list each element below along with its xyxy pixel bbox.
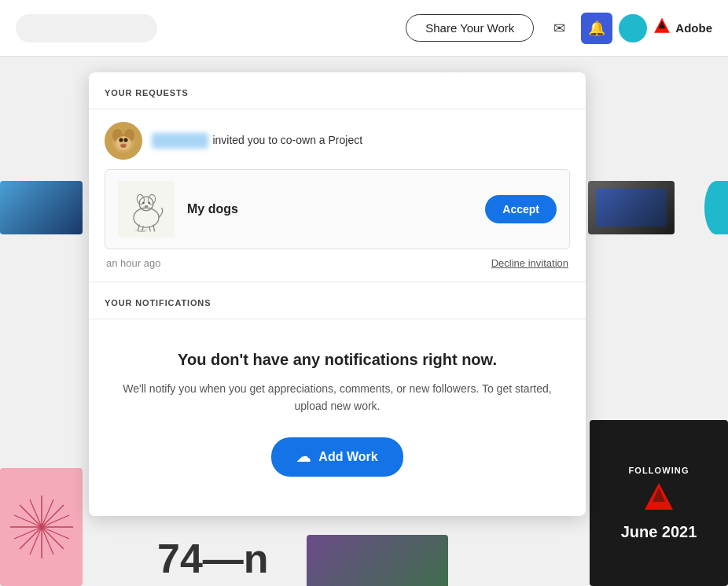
notifications-title: YOUR NOTIFICATIONS xyxy=(105,298,211,308)
bell-icon: 🔔 xyxy=(588,20,605,37)
svg-point-31 xyxy=(148,202,150,205)
cloud-upload-icon: ☁ xyxy=(296,448,311,466)
empty-notifications-title: You don't have any notifications right n… xyxy=(114,351,561,369)
username-blurred: Vikant Ra xyxy=(152,133,208,149)
notifications-button[interactable]: 🔔 xyxy=(581,13,612,44)
time-ago: an hour ago xyxy=(106,257,160,269)
header: Share Your Work ✉ 🔔 Adobe xyxy=(0,0,728,57)
notifications-section-header: YOUR NOTIFICATIONS xyxy=(89,282,586,319)
search-pill[interactable] xyxy=(16,14,157,42)
requests-section-header: YOUR REQUESTS xyxy=(89,72,586,109)
bg-thumbnail-left xyxy=(0,181,83,234)
svg-point-32 xyxy=(145,205,148,208)
request-header: Vikant Ra invited you to co-own a Projec… xyxy=(105,122,570,160)
decline-link[interactable]: Decline invitation xyxy=(491,257,568,269)
invite-text: invited you to co-own a Project xyxy=(212,134,362,146)
project-card: My dogs Accept xyxy=(105,169,570,249)
svg-point-21 xyxy=(121,146,126,148)
share-work-button[interactable]: Share Your Work xyxy=(406,14,534,42)
project-name: My dogs xyxy=(187,202,472,216)
following-label: FOLLOWING xyxy=(628,466,689,475)
bg-text-74: 74—n xyxy=(157,535,269,582)
svg-point-19 xyxy=(124,138,128,142)
email-button[interactable]: ✉ xyxy=(543,13,575,44)
accept-button[interactable]: Accept xyxy=(485,195,557,223)
bg-pink-thumbnail xyxy=(0,468,83,586)
svg-point-23 xyxy=(139,197,153,211)
following-date: June 2021 xyxy=(621,523,697,541)
svg-point-30 xyxy=(142,202,145,205)
user-avatar[interactable] xyxy=(619,14,647,42)
svg-point-17 xyxy=(116,136,131,150)
bg-thumbnail-right xyxy=(588,181,675,234)
add-work-button[interactable]: ☁ Add Work xyxy=(271,437,403,477)
add-work-label: Add Work xyxy=(318,450,377,464)
adobe-logo[interactable]: Adobe xyxy=(653,17,712,39)
adobe-logo-icon xyxy=(653,17,671,39)
bg-succulents-thumbnail xyxy=(307,535,448,586)
email-icon: ✉ xyxy=(553,20,565,37)
bg-circle xyxy=(704,181,728,234)
header-icons: ✉ 🔔 Adobe xyxy=(543,13,712,44)
notification-panel: YOUR REQUESTS Vikant R xyxy=(89,72,586,516)
request-text: Vikant Ra invited you to co-own a Projec… xyxy=(152,133,362,149)
empty-notifications: You don't have any notifications right n… xyxy=(89,319,586,516)
requests-title: YOUR REQUESTS xyxy=(105,88,189,98)
following-logo-icon xyxy=(643,481,675,518)
request-item: Vikant Ra invited you to co-own a Projec… xyxy=(89,109,586,282)
empty-notifications-desc: We'll notify you when you get appreciati… xyxy=(114,380,561,415)
adobe-label: Adobe xyxy=(675,21,712,35)
following-badge-card: FOLLOWING June 2021 xyxy=(590,420,728,586)
requester-avatar xyxy=(105,122,142,160)
project-thumbnail xyxy=(118,181,175,238)
request-footer: an hour ago Decline invitation xyxy=(105,257,570,269)
svg-point-18 xyxy=(119,138,123,142)
